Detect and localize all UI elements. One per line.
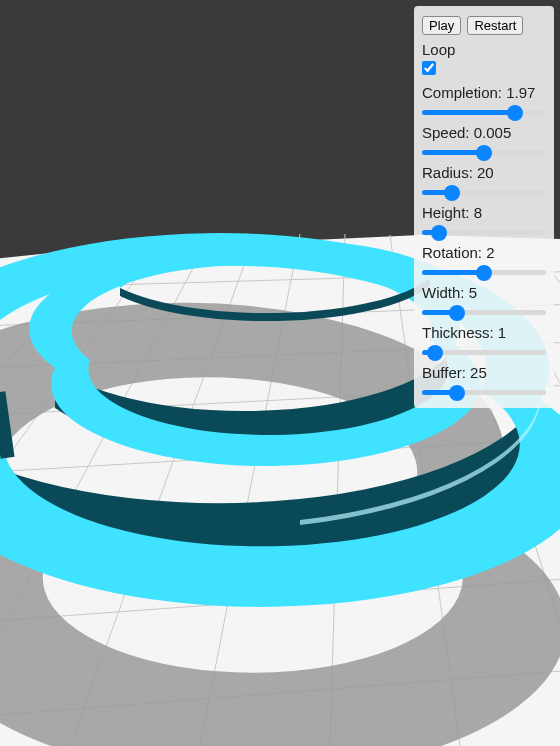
play-button[interactable]: Play	[422, 16, 461, 35]
height-slider[interactable]	[422, 230, 546, 235]
thickness-label: Thickness: 1	[422, 324, 546, 341]
rotation-slider[interactable]	[422, 270, 546, 275]
buffer-label: Buffer: 25	[422, 364, 546, 381]
button-row: Play Restart	[422, 16, 546, 35]
completion-label: Completion: 1.97	[422, 84, 546, 101]
restart-button[interactable]: Restart	[467, 16, 523, 35]
loop-checkbox[interactable]	[422, 61, 436, 75]
speed-label: Speed: 0.005	[422, 124, 546, 141]
loop-label: Loop	[422, 41, 546, 58]
width-label: Width: 5	[422, 284, 546, 301]
radius-label: Radius: 20	[422, 164, 546, 181]
rotation-label: Rotation: 2	[422, 244, 546, 261]
viewport: Play Restart Loop Completion: 1.97Speed:…	[0, 0, 560, 746]
thickness-slider[interactable]	[422, 350, 546, 355]
completion-slider[interactable]	[422, 110, 546, 115]
height-label: Height: 8	[422, 204, 546, 221]
control-panel: Play Restart Loop Completion: 1.97Speed:…	[414, 6, 554, 408]
radius-slider[interactable]	[422, 190, 546, 195]
width-slider[interactable]	[422, 310, 546, 315]
buffer-slider[interactable]	[422, 390, 546, 395]
speed-slider[interactable]	[422, 150, 546, 155]
